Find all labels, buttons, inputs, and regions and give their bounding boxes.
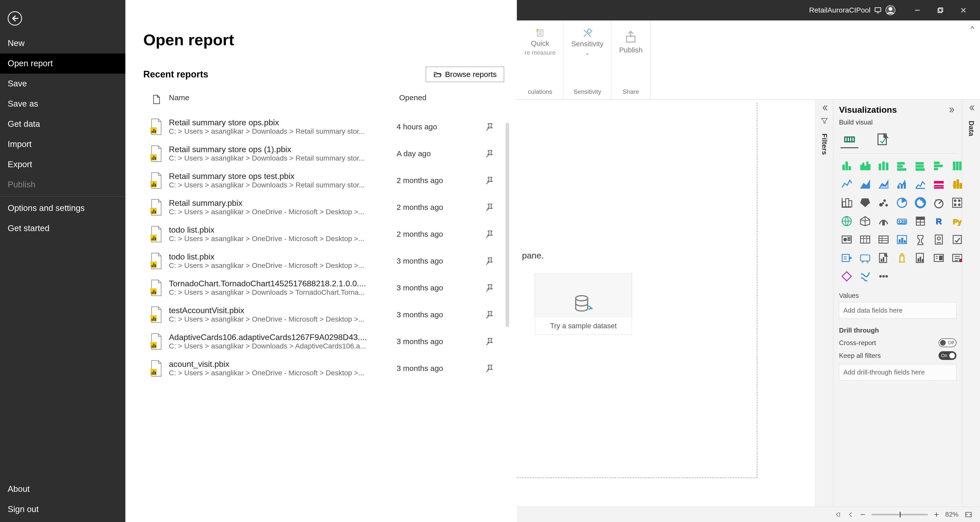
viz-type-button[interactable] [858,177,873,192]
viz-type-button[interactable] [913,195,928,210]
viz-type-button[interactable] [931,232,947,247]
recent-report-row[interactable]: Retail summary.pbix C: > Users > asangli… [143,194,501,221]
viz-type-button[interactable] [894,177,910,192]
viz-type-button[interactable] [876,177,891,192]
backstage-import[interactable]: Import [0,134,126,154]
pin-report-button[interactable] [479,122,501,131]
backstage-signout[interactable]: Sign out [0,499,126,519]
pin-report-button[interactable] [479,284,501,292]
recent-report-row[interactable]: todo list.pbix C: > Users > asanglikar >… [143,248,501,274]
pin-icon[interactable] [486,310,494,319]
drill-through-field-well[interactable]: Add drill-through fields here [839,364,956,381]
viz-type-button[interactable] [931,177,947,192]
backstage-save[interactable]: Save [0,74,126,94]
viz-type-button[interactable] [858,232,873,247]
viz-type-button[interactable] [913,232,928,247]
pin-icon[interactable] [486,122,494,131]
recent-report-row[interactable]: AdaptiveCards106.adaptiveCards1267F9A029… [143,328,501,355]
backstage-saveas[interactable]: Save as [0,94,126,114]
pin-report-button[interactable] [479,149,501,158]
pin-icon[interactable] [486,284,494,292]
browse-reports-button[interactable]: Browse reports [426,67,504,82]
viz-type-button[interactable] [913,158,928,174]
backstage-export[interactable]: Export [0,154,126,175]
zoom-in-button[interactable]: + [934,509,939,519]
keep-all-filters-toggle[interactable]: On [939,351,956,360]
viz-type-button[interactable] [858,158,873,174]
window-minimize-button[interactable] [906,0,929,21]
viz-type-button[interactable] [839,158,854,174]
viz-type-button[interactable] [876,213,891,229]
viz-type-button[interactable] [839,195,854,210]
viz-type-button[interactable] [913,250,928,266]
backstage-open[interactable]: Open report [0,54,126,74]
viz-type-button[interactable] [894,195,910,210]
viz-type-button[interactable] [876,232,891,247]
viz-type-button[interactable] [839,213,854,229]
recent-report-row[interactable]: todo list.pbix C: > Users > asanglikar >… [143,221,501,248]
viz-type-button[interactable] [839,269,854,284]
pin-icon[interactable] [486,203,494,212]
backstage-new[interactable]: New [0,33,126,54]
viz-type-button[interactable] [894,232,910,247]
page-nav-first-icon[interactable] [835,511,841,518]
viz-type-button[interactable] [931,250,947,266]
recent-report-row[interactable]: Retail summary store ops.pbix C: > Users… [143,113,501,140]
viz-type-button[interactable] [894,158,910,174]
ribbon-collapse-button[interactable]: ^ [965,21,980,33]
collapse-right-icon[interactable] [948,106,956,114]
zoom-out-button[interactable]: − [860,509,865,519]
try-sample-dataset-card[interactable]: Try a sample dataset [535,273,632,335]
viz-type-button[interactable] [858,250,873,266]
viz-type-button[interactable] [931,195,947,210]
viz-type-button[interactable] [913,213,928,229]
backstage-options[interactable]: Options and settings [0,196,126,218]
backstage-getdata[interactable]: Get data [0,114,126,134]
viz-type-button[interactable] [931,158,947,174]
build-visual-tab[interactable] [840,130,859,148]
viz-type-button[interactable]: 123 [894,213,910,229]
recent-report-row[interactable]: Retail summary store ops test.pbix C: > … [143,167,501,194]
quick-measure-button[interactable]: Quick re measure [525,28,555,56]
cross-report-toggle[interactable]: Off [939,338,956,347]
viz-type-button[interactable] [839,250,854,266]
viz-type-button[interactable] [876,269,891,284]
viz-type-button[interactable] [858,213,873,229]
pin-icon[interactable] [486,176,494,185]
zoom-slider[interactable] [872,514,928,516]
pin-icon[interactable] [486,149,494,158]
pin-report-button[interactable] [479,203,501,212]
fit-to-page-icon[interactable] [965,511,972,519]
viz-type-button[interactable] [839,232,854,247]
viz-type-button[interactable] [876,158,891,174]
pin-report-button[interactable] [479,257,501,265]
recent-report-row[interactable]: TornadoChart.TornadoChart1452517688218.2… [143,274,501,301]
viz-type-button[interactable]: R [931,213,947,229]
publish-button[interactable]: Publish [619,28,643,56]
back-button[interactable] [8,11,22,25]
filters-pane-collapsed[interactable]: Filters [815,100,833,507]
pin-report-button[interactable] [479,337,501,346]
pin-report-button[interactable] [479,230,501,238]
column-name-label[interactable]: Name [169,93,399,106]
pin-report-button[interactable] [479,364,501,373]
pin-report-button[interactable] [479,310,501,319]
pin-icon[interactable] [486,337,494,346]
viz-type-button[interactable] [876,250,891,266]
pin-icon[interactable] [486,364,494,373]
recent-list-scrollbar[interactable] [506,123,509,327]
viz-type-button[interactable] [913,177,928,192]
data-pane-collapsed[interactable]: Data [962,100,980,507]
values-field-well[interactable]: Add data fields here [839,302,956,319]
recent-report-row[interactable]: Retail summary store ops (1).pbix C: > U… [143,140,501,167]
viz-type-button[interactable] [894,250,910,266]
page-nav-prev-icon[interactable] [848,511,854,518]
window-close-button[interactable] [952,0,975,21]
pin-report-button[interactable] [479,176,501,185]
backstage-started[interactable]: Get started [0,218,126,238]
sensitivity-button[interactable]: Sensitivity ⌄ [571,28,603,56]
viz-type-button[interactable] [858,195,873,210]
pin-icon[interactable] [486,230,494,238]
recent-report-row[interactable]: acount_visit.pbix C: > Users > asanglika… [143,355,501,382]
pin-icon[interactable] [486,257,494,265]
